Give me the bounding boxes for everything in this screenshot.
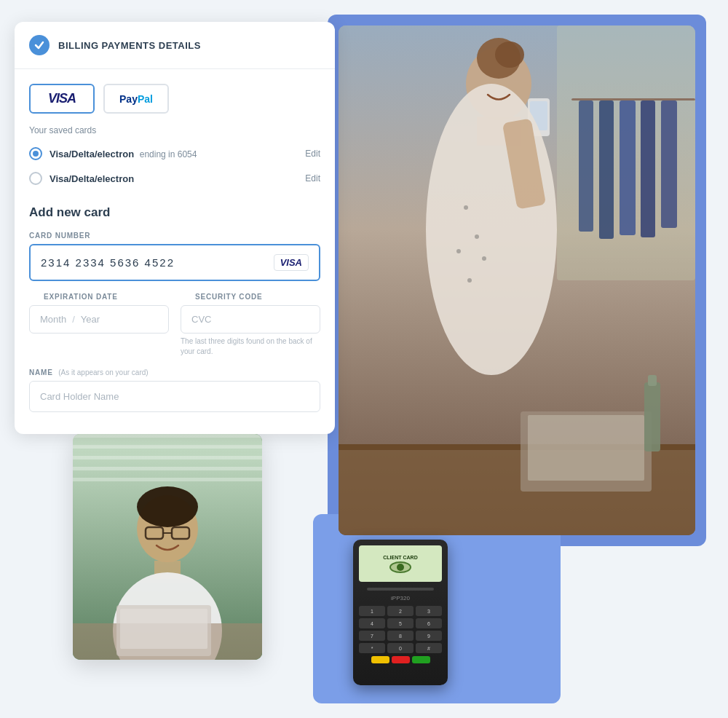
card-name-2: Visa/Delta/electron	[50, 173, 298, 184]
expiry-year-placeholder: Year	[81, 314, 100, 325]
expiry-slash: /	[72, 314, 75, 325]
paypal-logo: PayPal	[119, 93, 153, 105]
saved-card-2[interactable]: Visa/Delta/electron Edit	[15, 166, 335, 191]
man-photo	[73, 434, 262, 660]
expiry-column: EXPIRATION DATE Month / Year	[29, 293, 169, 357]
expiry-month-placeholder: Month	[40, 314, 66, 325]
security-field[interactable]: CVC	[181, 305, 320, 334]
check-circle-icon	[29, 35, 50, 55]
name-inline-label: (As it appears on your card)	[58, 368, 148, 376]
svg-rect-5	[620, 100, 636, 235]
card-name-1: Visa/Delta/electron ending in 6054	[50, 149, 298, 159]
card-number-field[interactable]: 2314 2334 5636 4522 VISA	[29, 244, 320, 281]
svg-point-25	[482, 256, 486, 261]
svg-point-23	[475, 234, 479, 239]
svg-point-16	[495, 42, 524, 68]
billing-title: BILLING PAYMENTS DETAILS	[58, 40, 201, 51]
svg-rect-3	[579, 100, 593, 232]
svg-rect-28	[73, 434, 262, 438]
paypal-payment-button[interactable]: PayPal	[103, 84, 169, 114]
svg-point-24	[456, 249, 461, 253]
billing-header: BILLING PAYMENTS DETAILS	[15, 22, 335, 69]
edit-link-2[interactable]: Edit	[305, 173, 320, 184]
security-column: SECURITY CODE CVC The last three digits …	[181, 293, 320, 357]
svg-rect-12	[644, 382, 660, 451]
svg-rect-31	[73, 467, 262, 470]
expiry-field[interactable]: Month / Year	[29, 305, 169, 334]
edit-link-1[interactable]: Edit	[305, 149, 320, 159]
terminal-keypad: 123 456 789 *0#	[359, 606, 442, 653]
svg-rect-11	[528, 415, 644, 481]
name-field-label: NAME (As it appears on your card)	[15, 368, 335, 381]
svg-rect-29	[73, 445, 262, 449]
payment-methods: VISA PayPal	[15, 69, 335, 114]
terminal-screen: CLIENT CARD	[359, 545, 442, 582]
security-hint: The last three digits found on the back …	[181, 336, 320, 357]
svg-point-26	[467, 278, 472, 283]
cardholder-name-field[interactable]: Card Holder Name	[29, 381, 320, 412]
expiry-security-row: EXPIRATION DATE Month / Year SECURITY CO…	[15, 293, 335, 357]
svg-point-34	[137, 486, 198, 527]
expiry-label: EXPIRATION DATE	[29, 293, 169, 305]
svg-rect-30	[73, 456, 262, 459]
terminal-function-keys	[371, 656, 430, 663]
saved-card-1[interactable]: Visa/Delta/electron ending in 6054 Edit	[15, 141, 335, 166]
saved-cards-label: Your saved cards	[15, 114, 335, 141]
svg-point-20	[426, 84, 557, 375]
visa-logo: VISA	[48, 91, 76, 106]
svg-point-22	[464, 205, 468, 210]
svg-rect-6	[641, 100, 655, 237]
pos-terminal: CLIENT CARD iPP320 123 456 789 *0#	[335, 525, 466, 700]
visa-payment-button[interactable]: VISA	[29, 84, 95, 114]
svg-rect-32	[73, 478, 262, 481]
add-new-card-title: Add new card	[15, 191, 335, 232]
billing-card: BILLING PAYMENTS DETAILS VISA PayPal You…	[15, 22, 335, 434]
radio-button-card-2[interactable]	[29, 172, 42, 185]
svg-rect-2	[571, 98, 695, 100]
security-label: SECURITY CODE	[181, 293, 320, 305]
card-type-badge: VISA	[274, 254, 309, 271]
radio-button-card-1[interactable]	[29, 147, 42, 160]
svg-rect-13	[648, 375, 657, 386]
svg-rect-42	[120, 609, 207, 649]
terminal-card-slot	[367, 588, 433, 591]
card-number-value: 2314 2334 5636 4522	[41, 256, 175, 269]
cardholder-name-placeholder: Card Holder Name	[40, 391, 119, 402]
svg-rect-7	[661, 100, 677, 228]
card-number-label: CARD NUMBER	[15, 232, 335, 244]
woman-photo	[339, 25, 695, 535]
security-placeholder: CVC	[191, 314, 211, 325]
svg-rect-4	[599, 100, 614, 239]
